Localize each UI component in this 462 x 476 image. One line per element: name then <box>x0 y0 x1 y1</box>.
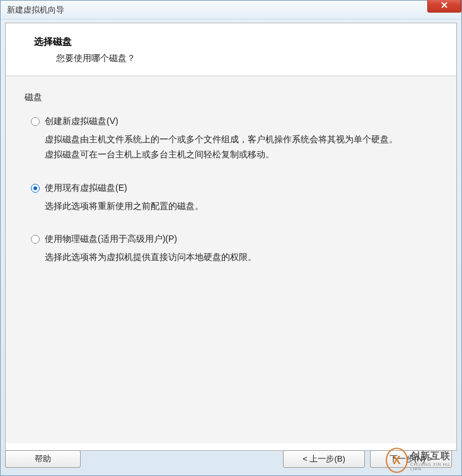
titlebar: 新建虚拟机向导 <box>1 1 461 20</box>
help-button[interactable]: 帮助 <box>5 450 81 468</box>
back-button[interactable]: < 上一步(B) <box>283 450 365 468</box>
next-button[interactable]: 下一步(N) > <box>370 450 452 468</box>
group-label: 磁盘 <box>25 92 437 103</box>
radio-icon <box>31 117 40 126</box>
window-title: 新建虚拟机向导 <box>7 4 64 16</box>
radio-option-create-new: 创建新虚拟磁盘(V) 虚拟磁盘由主机文件系统上的一个或多个文件组成，客户机操作系… <box>25 116 437 162</box>
body-section: 磁盘 创建新虚拟磁盘(V) 虚拟磁盘由主机文件系统上的一个或多个文件组成，客户机… <box>6 76 456 443</box>
header-section: 选择磁盘 您要使用哪个磁盘？ <box>6 23 456 76</box>
wizard-window: 新建虚拟机向导 选择磁盘 您要使用哪个磁盘？ 磁盘 创建新虚拟磁盘(V) 虚拟磁… <box>0 0 462 476</box>
radio-icon <box>31 235 40 244</box>
radio-description: 虚拟磁盘由主机文件系统上的一个或多个文件组成，客户机操作系统会将其视为单个硬盘。… <box>45 132 404 162</box>
close-icon <box>441 1 448 9</box>
radio-option-use-existing: 使用现有虚拟磁盘(E) 选择此选项将重新使用之前配置的磁盘。 <box>25 183 437 214</box>
content-frame: 选择磁盘 您要使用哪个磁盘？ 磁盘 创建新虚拟磁盘(V) 虚拟磁盘由主机文件系统… <box>5 23 457 451</box>
button-bar: 帮助 < 上一步(B) 下一步(N) > <box>5 448 457 470</box>
radio-description: 选择此选项将为虚拟机提供直接访问本地硬盘的权限。 <box>45 250 404 265</box>
radio-use-physical-disk[interactable]: 使用物理磁盘(适用于高级用户)(P) <box>31 234 437 245</box>
radio-label: 使用物理磁盘(适用于高级用户)(P) <box>45 234 177 245</box>
radio-option-physical: 使用物理磁盘(适用于高级用户)(P) 选择此选项将为虚拟机提供直接访问本地硬盘的… <box>25 234 437 265</box>
radio-create-new-disk[interactable]: 创建新虚拟磁盘(V) <box>31 116 437 127</box>
radio-use-existing-disk[interactable]: 使用现有虚拟磁盘(E) <box>31 183 437 194</box>
radio-label: 使用现有虚拟磁盘(E) <box>45 183 127 194</box>
page-subtitle: 您要使用哪个磁盘？ <box>56 53 437 64</box>
close-button[interactable] <box>427 0 461 13</box>
radio-description: 选择此选项将重新使用之前配置的磁盘。 <box>45 199 404 214</box>
page-title: 选择磁盘 <box>34 36 437 48</box>
radio-label: 创建新虚拟磁盘(V) <box>45 116 118 127</box>
radio-icon <box>31 184 40 193</box>
